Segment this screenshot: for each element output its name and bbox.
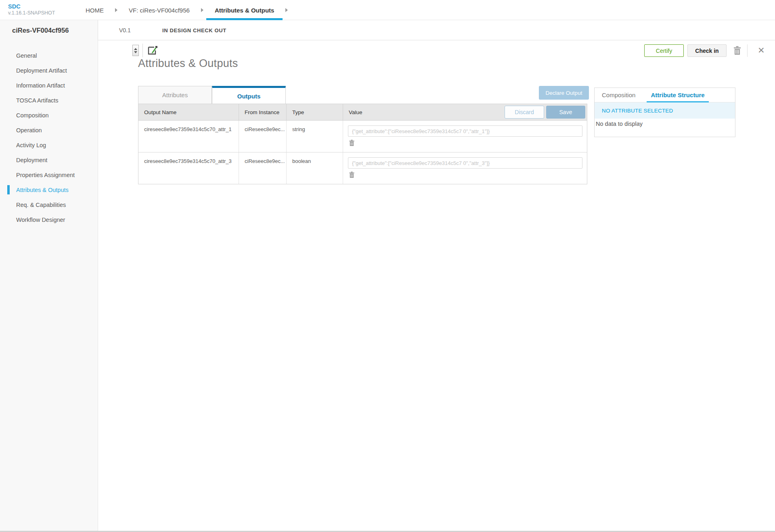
output-name-cell: cireseec8e9ec7359e314c5c70_attr_1 — [138, 121, 239, 152]
tab-label: Attribute Structure — [651, 92, 704, 98]
sidebar-item-label: Attributes & Outputs — [16, 187, 69, 193]
toolbar-divider — [747, 44, 748, 57]
save-button[interactable]: Save — [546, 106, 585, 119]
stepper-up-icon — [134, 48, 137, 50]
type-cell: boolean — [287, 152, 343, 184]
sidebar-item-tosca-artifacts[interactable]: TOSCA Artifacts — [0, 93, 98, 108]
value-cell — [343, 121, 587, 152]
sidebar-item-activity-log[interactable]: Activity Log — [0, 138, 98, 152]
empty-state-message: No data to display — [595, 119, 735, 137]
sdc-logo[interactable]: SDC v.1.16.1-SNAPSHOT — [8, 3, 55, 17]
version-label: V0.1 — [119, 20, 131, 40]
column-header-output-name: Output Name — [138, 104, 239, 120]
lifecycle-state-label: IN DESIGN CHECK OUT — [162, 20, 226, 40]
sidebar: General Deployment Artifact Information … — [0, 40, 98, 532]
version-stepper[interactable] — [132, 45, 139, 56]
tab-outputs[interactable]: Outputs — [212, 86, 286, 104]
discard-button[interactable]: Discard — [505, 106, 544, 119]
sidebar-item-general[interactable]: General — [0, 48, 98, 63]
breadcrumb-attributes-outputs[interactable]: Attributes & Outputs — [215, 0, 274, 20]
breadcrumb-vf[interactable]: VF: ciRes-VF004cf956 — [129, 0, 190, 20]
active-breadcrumb-underline — [206, 18, 283, 20]
status-badge: NO ATTRIBUTE SELECTED — [595, 102, 735, 119]
tab-attribute-structure[interactable]: Attribute Structure — [651, 88, 704, 102]
breadcrumb-arrow-icon — [115, 8, 117, 12]
column-header-from-instance: From Instance — [239, 104, 287, 120]
sidebar-item-composition[interactable]: Composition — [0, 108, 98, 123]
attribute-detail-panel: Composition Attribute Structure NO ATTRI… — [594, 88, 735, 137]
breadcrumb-home[interactable]: HOME — [86, 0, 104, 20]
active-tab-underline — [647, 101, 708, 102]
from-instance-cell: ciReseec8e9ec... — [239, 152, 287, 184]
close-icon[interactable]: ✕ — [758, 45, 765, 56]
tab-attributes[interactable]: Attributes — [138, 86, 212, 104]
delete-component-trash-icon[interactable] — [733, 46, 741, 57]
table-row: cireseec8e9ec7359e314c5c70_attr_3 ciRese… — [138, 152, 587, 184]
output-name-cell: cireseec8e9ec7359e314c5c70_attr_3 — [138, 152, 239, 184]
attributes-outputs-tabs: Attributes Outputs — [138, 86, 286, 104]
sidebar-item-deployment-artifact[interactable]: Deployment Artifact — [0, 63, 98, 78]
design-checkout-pencil-icon — [147, 45, 158, 58]
certify-button[interactable]: Certify — [644, 44, 684, 57]
outputs-table: Output Name From Instance Type Value Dis… — [138, 104, 587, 184]
page-title: Attributes & Outputs — [138, 57, 238, 70]
breadcrumb-arrow-icon — [201, 8, 203, 12]
outputs-table-header: Output Name From Instance Type Value Dis… — [138, 104, 587, 121]
toolbar: ciRes-VF004cf956 V0.1 IN DESIGN CHECK OU… — [0, 20, 775, 40]
sidebar-item-properties-assignment[interactable]: Properties Assignment — [0, 167, 98, 182]
active-item-indicator — [7, 185, 10, 194]
delete-output-trash-icon[interactable] — [349, 140, 355, 148]
sidebar-item-workflow-designer[interactable]: Workflow Designer — [0, 212, 98, 227]
table-row: cireseec8e9ec7359e314c5c70_attr_1 ciRese… — [138, 121, 587, 152]
sidebar-item-deployment[interactable]: Deployment — [0, 152, 98, 167]
output-value-input[interactable] — [348, 125, 582, 137]
toolbar-divider — [142, 44, 143, 57]
sidebar-item-information-artifact[interactable]: Information Artifact — [0, 78, 98, 93]
top-bar: SDC v.1.16.1-SNAPSHOT HOME VF: ciRes-VF0… — [0, 0, 775, 20]
entity-name: ciRes-VF004cf956 — [0, 20, 98, 40]
tab-composition[interactable]: Composition — [602, 88, 635, 102]
delete-output-trash-icon[interactable] — [349, 171, 355, 179]
sdc-version: v.1.16.1-SNAPSHOT — [8, 10, 55, 17]
value-cell — [343, 152, 587, 184]
breadcrumb-label: Attributes & Outputs — [215, 7, 274, 14]
detail-panel-tabs: Composition Attribute Structure — [595, 88, 735, 102]
table-header-buttons: Discard Save — [505, 106, 585, 119]
stepper-down-icon — [134, 51, 137, 53]
sdc-logo-title: SDC — [8, 3, 55, 10]
sidebar-item-attributes-outputs[interactable]: Attributes & Outputs — [0, 182, 98, 197]
breadcrumb: HOME VF: ciRes-VF004cf956 Attributes & O… — [86, 0, 299, 20]
check-in-button[interactable]: Check in — [687, 44, 727, 57]
from-instance-cell: ciReseec8e9ec... — [239, 121, 287, 152]
declare-output-button[interactable]: Declare Output — [539, 86, 589, 100]
output-value-input[interactable] — [348, 157, 582, 169]
sidebar-item-req-capabilities[interactable]: Req. & Capabilities — [0, 197, 98, 212]
breadcrumb-arrow-icon — [285, 8, 288, 12]
column-header-type: Type — [287, 104, 343, 120]
sidebar-item-operation[interactable]: Operation — [0, 123, 98, 138]
type-cell: string — [287, 121, 343, 152]
